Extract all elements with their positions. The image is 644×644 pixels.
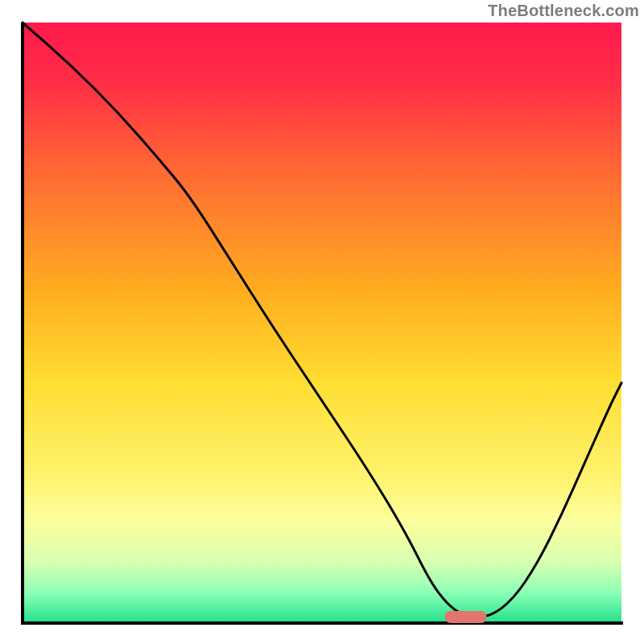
chart-container: TheBottleneck.com — [0, 0, 644, 644]
attribution-text: TheBottleneck.com — [488, 2, 639, 20]
chart-svg — [0, 0, 644, 644]
plot-background — [23, 23, 621, 623]
optimal-range-marker — [445, 611, 487, 623]
